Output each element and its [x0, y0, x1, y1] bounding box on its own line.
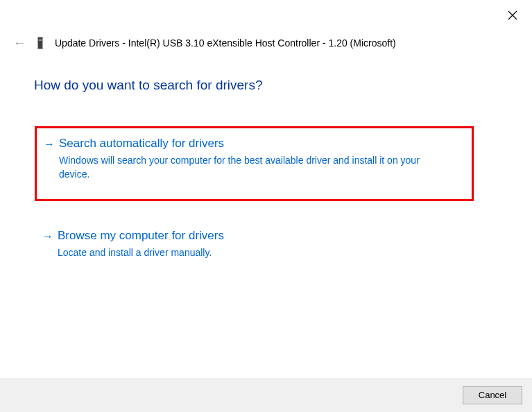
- svg-rect-2: [37, 37, 43, 49]
- option-description: Locate and install a driver manually.: [58, 246, 446, 259]
- cancel-button[interactable]: Cancel: [463, 386, 522, 404]
- option-title: Browse my computer for drivers: [58, 229, 465, 243]
- svg-rect-4: [39, 39, 42, 40]
- option-content: Search automatically for drivers Windows…: [59, 137, 459, 182]
- arrow-right-icon: →: [42, 229, 53, 244]
- option-search-automatically[interactable]: → Search automatically for drivers Windo…: [35, 126, 474, 201]
- close-button[interactable]: [507, 10, 518, 21]
- option-content: Browse my computer for drivers Locate an…: [58, 229, 465, 259]
- back-arrow-icon[interactable]: ←: [13, 37, 26, 49]
- dialog-title: Update Drivers - Intel(R) USB 3.10 eXten…: [55, 37, 396, 49]
- main-heading: How do you want to search for drivers?: [34, 78, 263, 93]
- dialog-footer: Cancel: [0, 378, 532, 412]
- option-browse-computer[interactable]: → Browse my computer for drivers Locate …: [42, 223, 470, 265]
- device-icon: [35, 36, 45, 50]
- option-title: Search automatically for drivers: [59, 137, 459, 151]
- close-icon: [508, 10, 517, 20]
- arrow-right-icon: →: [44, 137, 55, 152]
- dialog-header: ← Update Drivers - Intel(R) USB 3.10 eXt…: [13, 36, 396, 50]
- option-description: Windows will search your computer for th…: [59, 153, 447, 182]
- svg-rect-5: [39, 40, 42, 41]
